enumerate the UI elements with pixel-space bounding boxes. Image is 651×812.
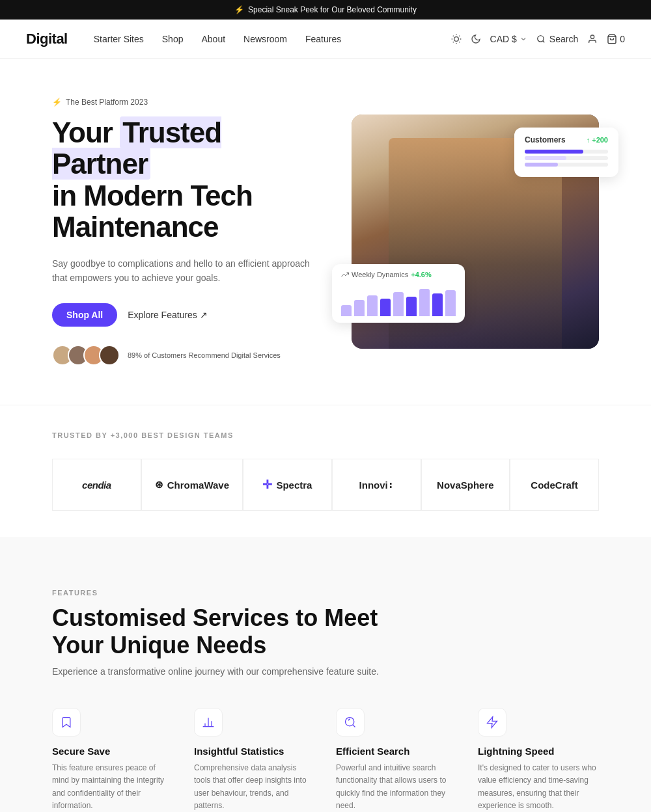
insightful-statistics-icon xyxy=(194,708,223,737)
currency-label: CAD $ xyxy=(490,34,517,44)
nav-newsroom[interactable]: Newsroom xyxy=(243,34,287,44)
svg-marker-19 xyxy=(488,717,497,728)
hero-badge: ⚡ The Best Platform 2023 xyxy=(52,98,312,107)
svg-line-3 xyxy=(452,35,453,36)
svg-point-11 xyxy=(591,35,594,38)
announcement-lightning-icon: ⚡ xyxy=(234,5,244,14)
feature-desc: This feature ensures peace of mind by ma… xyxy=(52,762,173,812)
svg-line-10 xyxy=(543,40,545,42)
header-actions: CAD $ Search 0 xyxy=(451,34,625,44)
bar xyxy=(432,293,443,316)
bar xyxy=(380,299,391,317)
customers-label: Customers xyxy=(525,135,566,144)
hero-title-part1: Your xyxy=(52,116,120,148)
nav-features[interactable]: Features xyxy=(305,34,341,44)
feature-desc: It's designed to cater to users who valu… xyxy=(478,762,599,812)
features-grid: Secure Save This feature ensures peace o… xyxy=(52,708,599,812)
social-proof-text: 89% of Customers Recommend Digital Servi… xyxy=(128,351,281,360)
explore-features-button[interactable]: Explore Features ↗ xyxy=(128,310,208,320)
nav-shop[interactable]: Shop xyxy=(162,34,184,44)
features-section: FEATURES Customised Services to Meet You… xyxy=(0,537,651,812)
brand-codecraft: CodeCraft xyxy=(510,459,599,511)
shop-all-button[interactable]: Shop All xyxy=(52,303,117,327)
brand-cendia: cendia xyxy=(52,459,141,511)
brand-innovi: Innovi : xyxy=(332,459,421,511)
customers-badge: ↑ +200 xyxy=(587,136,608,144)
badge-text: The Best Platform 2023 xyxy=(66,98,148,107)
search-label: Search xyxy=(549,34,578,44)
bar xyxy=(354,300,365,316)
feature-secure-save: Secure Save This feature ensures peace o… xyxy=(52,708,173,812)
efficient-search-icon xyxy=(336,708,365,737)
cart-button[interactable]: 0 xyxy=(607,34,625,44)
lightning-speed-icon xyxy=(478,708,506,737)
feature-name: Efficient Search xyxy=(336,746,457,757)
brand-spectra: ✛Spectra xyxy=(243,459,332,511)
main-nav: Starter Sites Shop About Newsroom Featur… xyxy=(94,34,451,44)
bar xyxy=(419,289,430,317)
currency-selector[interactable]: CAD $ xyxy=(490,34,527,44)
feature-insightful-statistics: Insightful Statistics Comprehensive data… xyxy=(194,708,315,812)
svg-line-7 xyxy=(452,42,453,42)
weekly-trend: +4.6% xyxy=(411,271,432,278)
features-label: FEATURES xyxy=(52,589,599,597)
feature-name: Lightning Speed xyxy=(478,746,599,757)
announcement-bar: ⚡ Special Sneak Peek for Our Beloved Com… xyxy=(0,0,651,20)
hero-content: ⚡ The Best Platform 2023 Your Trusted Pa… xyxy=(52,98,312,366)
bar xyxy=(393,292,404,317)
customers-card: Customers ↑ +200 xyxy=(514,128,618,177)
trusted-section: TRUSTED BY +3,000 BEST DESIGN TEAMS cend… xyxy=(0,405,651,537)
svg-line-4 xyxy=(459,42,460,42)
hero-social-proof: 89% of Customers Recommend Digital Servi… xyxy=(52,345,312,366)
weekly-dynamics-card: Weekly Dynamics +4.6% xyxy=(332,264,465,323)
feature-name: Insightful Statistics xyxy=(194,746,315,757)
logo[interactable]: Digital xyxy=(26,31,68,47)
header: Digital Starter Sites Shop About Newsroo… xyxy=(0,20,651,59)
progress-bar-1 xyxy=(525,150,608,154)
svg-line-8 xyxy=(459,35,460,36)
bar xyxy=(445,290,456,316)
svg-line-18 xyxy=(353,725,355,727)
svg-point-0 xyxy=(454,36,458,41)
account-icon[interactable] xyxy=(587,34,598,44)
hero-title: Your Trusted Partnerin Modern TechMainte… xyxy=(52,117,312,243)
weekly-label: Weekly Dynamics xyxy=(352,271,408,278)
secure-save-icon xyxy=(52,708,81,737)
bar xyxy=(367,295,378,317)
theme-light-icon[interactable] xyxy=(451,34,462,44)
brand-logos: cendia ⊛ChromaWave ✛Spectra Innovi : Nov… xyxy=(52,459,599,511)
hero-image-wrap: Customers ↑ +200 Weekly Dynamics +4.6% xyxy=(352,115,599,349)
theme-dark-icon[interactable] xyxy=(471,34,481,44)
progress-bar-2 xyxy=(525,156,608,160)
feature-desc: Comprehensive data analysis tools that o… xyxy=(194,762,315,812)
brand-chromawave: ⊛ChromaWave xyxy=(141,459,243,511)
feature-desc: Powerful and intuitive search functional… xyxy=(336,762,457,812)
feature-lightning-speed: Lightning Speed It's designed to cater t… xyxy=(478,708,599,812)
svg-point-9 xyxy=(538,35,544,41)
announcement-text: Special Sneak Peek for Our Beloved Commu… xyxy=(248,5,417,14)
badge-lightning-icon: ⚡ xyxy=(52,98,62,107)
progress-bar-3 xyxy=(525,163,608,167)
trusted-label: TRUSTED BY +3,000 BEST DESIGN TEAMS xyxy=(52,431,599,439)
avatar xyxy=(99,345,120,366)
avatar-group xyxy=(52,345,120,366)
cart-count: 0 xyxy=(620,34,625,44)
search-button[interactable]: Search xyxy=(536,34,578,44)
nav-about[interactable]: About xyxy=(201,34,225,44)
hero-buttons: Shop All Explore Features ↗ xyxy=(52,303,312,327)
features-description: Experience a transformative online journ… xyxy=(52,666,599,677)
bar xyxy=(341,305,352,317)
weekly-header: Weekly Dynamics +4.6% xyxy=(341,271,456,278)
hero-description: Say goodbye to complications and hello t… xyxy=(52,256,312,286)
features-title: Customised Services to Meet Your Unique … xyxy=(52,604,391,658)
feature-name: Secure Save xyxy=(52,746,173,757)
feature-efficient-search: Efficient Search Powerful and intuitive … xyxy=(336,708,457,812)
nav-starter-sites[interactable]: Starter Sites xyxy=(94,34,144,44)
hero-section: ⚡ The Best Platform 2023 Your Trusted Pa… xyxy=(0,59,651,405)
brand-novasphere: NovaSphere xyxy=(421,459,510,511)
weekly-bars xyxy=(341,284,456,316)
bar xyxy=(406,297,417,316)
